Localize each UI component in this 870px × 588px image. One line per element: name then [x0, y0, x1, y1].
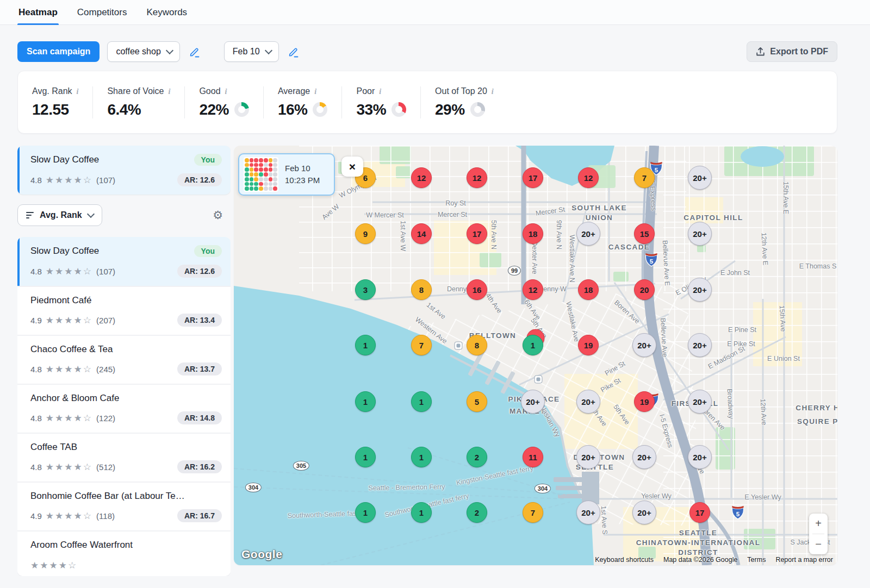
snapshot-datetime: Feb 10 10:23 PM	[285, 162, 320, 187]
info-icon[interactable]: i	[169, 87, 171, 96]
rating-row: 4.8★★★★☆(107)	[30, 266, 115, 277]
report-a-map-error-link[interactable]: Report a map error	[775, 556, 833, 564]
map-rank-pin[interactable]: 14	[411, 223, 432, 244]
map-rank-pin[interactable]: 20+	[688, 278, 712, 302]
business-list-item[interactable]: Anchor & Bloom Cafe4.8★★★★☆(122)AR: 14.8	[17, 384, 231, 433]
map-rank-pin[interactable]: 15	[634, 223, 655, 244]
edit-date-button[interactable]	[287, 45, 300, 59]
edit-keyword-button[interactable]	[188, 45, 201, 59]
map-rank-pin[interactable]: 1	[411, 502, 432, 523]
map-rank-pin[interactable]: 20	[634, 279, 655, 300]
close-snapshot-button[interactable]: ×	[341, 157, 363, 177]
map-rank-pin[interactable]: 9	[355, 223, 376, 244]
map-rank-pin[interactable]: 20+	[688, 166, 712, 190]
map-rank-pin[interactable]: 18	[523, 223, 543, 244]
map-rank-pin[interactable]: 1	[355, 447, 376, 467]
map-rank-pin[interactable]: 12	[578, 167, 599, 188]
date-select[interactable]: Feb 10	[224, 41, 279, 62]
thumbnail-dot	[259, 182, 263, 186]
map-rank-pin[interactable]: 20+	[688, 333, 712, 357]
zoom-in-button[interactable]: +	[809, 514, 828, 534]
terms-link[interactable]: Terms	[747, 556, 766, 564]
business-list-item[interactable]: Coffee TAB4.8★★★★☆(512)AR: 16.2	[17, 433, 231, 481]
map-rank-pin[interactable]: 20+	[632, 501, 656, 524]
thumbnail-dot	[269, 163, 273, 167]
map-rank-pin[interactable]: 20+	[632, 445, 656, 469]
map-rank-pin[interactable]: 18	[578, 279, 599, 300]
map-rank-pin[interactable]: 17	[689, 502, 710, 523]
map-rank-pin[interactable]: 12	[467, 167, 487, 188]
keyword-select-value: coffee shop	[116, 47, 160, 57]
business-name: Anchor & Bloom Cafe	[30, 393, 119, 404]
map-rank-pin[interactable]: 20+	[576, 501, 600, 524]
stat-donut-chart	[391, 102, 406, 117]
tab-keywords[interactable]: Keywords	[146, 0, 187, 24]
tab-competitors[interactable]: Competitors	[77, 0, 127, 24]
business-list-item[interactable]: Chaco Coffee & Tea4.8★★★★☆(245)AR: 13.7	[17, 335, 231, 384]
info-icon[interactable]: i	[314, 87, 316, 96]
stat-label: Good	[199, 86, 220, 96]
snapshot-date: Feb 10	[285, 162, 320, 175]
map-canvas[interactable]: SOUTH LAKEUNIONCASCADECAPITOL HILLBELLTO…	[234, 146, 837, 565]
map-rank-pin[interactable]: 3	[355, 279, 376, 300]
business-list-item[interactable]: Aroom Coffee Waterfront★★★★☆	[17, 530, 231, 576]
rating-value: 4.9	[30, 316, 42, 325]
map-rank-pin[interactable]: 7	[523, 502, 543, 523]
map-rank-pin[interactable]: 19	[578, 335, 599, 355]
map-rank-pin[interactable]: 1	[355, 391, 376, 412]
map-rank-pin[interactable]: 2	[467, 447, 487, 467]
map-rank-pin[interactable]: 20+	[521, 390, 545, 414]
map-rank-pin[interactable]: 16	[467, 279, 487, 300]
info-icon[interactable]: i	[77, 87, 79, 96]
map-rank-pin[interactable]: 5	[467, 391, 487, 412]
map-rank-pin[interactable]: 1	[411, 391, 432, 412]
map-rank-pin[interactable]: 20+	[688, 445, 712, 469]
keyboard-shortcuts-link[interactable]: Keyboard shortcuts	[595, 556, 654, 564]
info-icon[interactable]: i	[492, 87, 494, 96]
business-list-item[interactable]: Slow Day CoffeeYou4.8★★★★☆(107)AR: 12.6	[17, 237, 231, 286]
map-rank-pin[interactable]: 7	[411, 335, 432, 355]
info-icon[interactable]: i	[379, 87, 381, 96]
map-rank-pin[interactable]: 2	[467, 502, 487, 523]
map-rank-pin[interactable]: 1	[523, 335, 543, 355]
business-list-item[interactable]: Piedmont Café4.9★★★★☆(207)AR: 13.4	[17, 286, 231, 335]
star-rating-icons: ★★★★☆	[46, 364, 92, 375]
stat-out-of-top-20: Out of Top 20i29%	[420, 86, 508, 118]
map-rank-pin[interactable]: 20+	[576, 390, 600, 414]
thumbnail-dot	[245, 163, 249, 167]
tab-heatmap[interactable]: Heatmap	[18, 0, 58, 24]
thumbnail-dot	[269, 177, 273, 182]
map-rank-pin[interactable]: 8	[467, 335, 487, 355]
thumbnail-dot	[254, 172, 258, 177]
map-rank-pin[interactable]: 20+	[688, 222, 712, 246]
map-rank-pin[interactable]: 12	[411, 167, 432, 188]
map-rank-pin[interactable]: 11	[523, 447, 543, 467]
map-rank-pin[interactable]: 1	[355, 502, 376, 523]
map-rank-pin[interactable]: 20+	[632, 333, 656, 357]
map-rank-pin[interactable]: 1	[411, 447, 432, 467]
map-rank-pin[interactable]: 17	[523, 167, 543, 188]
map-rank-pin[interactable]: 7	[634, 167, 655, 188]
info-icon[interactable]: i	[225, 87, 227, 96]
zoom-out-button[interactable]: −	[809, 534, 828, 554]
map-rank-pin[interactable]: 19	[634, 391, 655, 412]
keyword-select[interactable]: coffee shop	[107, 41, 179, 62]
map-rank-pin[interactable]: 17	[467, 223, 487, 244]
map-rank-pin[interactable]: 20+	[688, 390, 712, 414]
business-list-item[interactable]: Bonhomie Coffee Bar (at Labour Te…4.9★★★…	[17, 481, 231, 530]
scan-campaign-button[interactable]: Scan campaign	[17, 41, 100, 62]
pinned-business-card[interactable]: Slow Day CoffeeYou4.8★★★★☆(107)AR: 12.6	[17, 146, 231, 195]
map-rank-pin[interactable]: 12	[523, 279, 543, 300]
map-rank-pin[interactable]: 20+	[576, 222, 600, 246]
scan-snapshot-card[interactable]: Feb 10 10:23 PM	[238, 153, 335, 196]
sort-select[interactable]: Avg. Rank	[17, 204, 102, 226]
map-rank-pin[interactable]: 20+	[576, 445, 600, 469]
map-zoom-control: + −	[809, 514, 828, 554]
map-rank-pin[interactable]: 8	[411, 279, 432, 300]
rating-row: 4.8★★★★☆(512)	[30, 461, 115, 473]
export-pdf-button[interactable]: Export to PDF	[747, 41, 837, 62]
settings-gear-icon[interactable]: ⚙	[209, 208, 226, 222]
star-rating-icons: ★★★★☆	[46, 174, 92, 186]
thumbnail-dot	[259, 186, 263, 191]
map-rank-pin[interactable]: 1	[355, 335, 376, 355]
